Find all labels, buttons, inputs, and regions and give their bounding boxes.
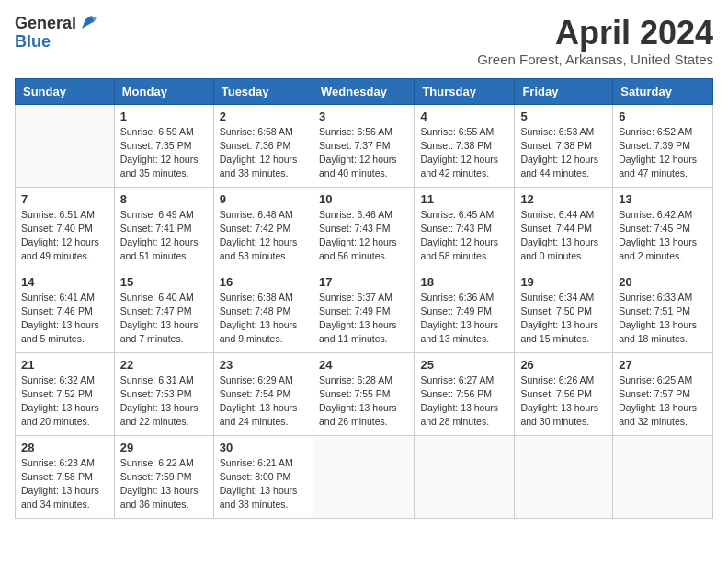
sunset-text: Sunset: 7:49 PM xyxy=(420,305,492,316)
sunset-text: Sunset: 7:41 PM xyxy=(120,223,192,234)
day-number: 26 xyxy=(520,358,607,372)
day-number: 16 xyxy=(220,275,307,289)
day-number: 22 xyxy=(120,358,208,372)
sunset-text: Sunset: 7:47 PM xyxy=(120,305,192,316)
day-number: 25 xyxy=(420,358,508,372)
sunset-text: Sunset: 7:58 PM xyxy=(21,471,93,482)
daylight-text: Daylight: 12 hours and 56 minutes. xyxy=(319,236,397,261)
header-saturday: Saturday xyxy=(613,78,713,104)
sunrise-text: Sunrise: 6:23 AM xyxy=(21,457,95,468)
week-row-4: 21Sunrise: 6:32 AMSunset: 7:52 PMDayligh… xyxy=(16,352,713,435)
table-row: 17Sunrise: 6:37 AMSunset: 7:49 PMDayligh… xyxy=(313,270,414,352)
day-number: 13 xyxy=(619,192,707,206)
day-info: Sunrise: 6:56 AMSunset: 7:37 PMDaylight:… xyxy=(319,125,408,181)
sunset-text: Sunset: 7:35 PM xyxy=(120,140,192,151)
table-row: 1Sunrise: 6:59 AMSunset: 7:35 PMDaylight… xyxy=(114,104,213,187)
day-number: 14 xyxy=(21,275,108,289)
sunrise-text: Sunrise: 6:38 AM xyxy=(220,292,293,303)
day-info: Sunrise: 6:25 AMSunset: 7:57 PMDaylight:… xyxy=(619,373,707,430)
day-info: Sunrise: 6:26 AMSunset: 7:56 PMDaylight:… xyxy=(520,373,607,430)
daylight-text: Daylight: 13 hours and 22 minutes. xyxy=(120,402,199,427)
day-info: Sunrise: 6:31 AMSunset: 7:53 PMDaylight:… xyxy=(120,373,208,430)
table-row: 12Sunrise: 6:44 AMSunset: 7:44 PMDayligh… xyxy=(515,187,613,270)
sunset-text: Sunset: 7:38 PM xyxy=(420,140,492,151)
sunset-text: Sunset: 7:49 PM xyxy=(319,305,391,316)
sunrise-text: Sunrise: 6:53 AM xyxy=(520,126,594,137)
table-row: 2Sunrise: 6:58 AMSunset: 7:36 PMDaylight… xyxy=(213,104,313,187)
day-info: Sunrise: 6:23 AMSunset: 7:58 PMDaylight:… xyxy=(21,456,108,512)
table-row: 14Sunrise: 6:41 AMSunset: 7:46 PMDayligh… xyxy=(16,270,115,352)
daylight-text: Daylight: 13 hours and 24 minutes. xyxy=(220,402,298,427)
table-row xyxy=(313,435,414,518)
page-header: General Blue April 2024 Green Forest, Ar… xyxy=(15,15,713,67)
table-row: 26Sunrise: 6:26 AMSunset: 7:56 PMDayligh… xyxy=(515,352,613,435)
table-row: 18Sunrise: 6:36 AMSunset: 7:49 PMDayligh… xyxy=(415,270,515,352)
table-row: 28Sunrise: 6:23 AMSunset: 7:58 PMDayligh… xyxy=(16,435,115,518)
header-wednesday: Wednesday xyxy=(313,78,414,104)
day-number: 5 xyxy=(520,109,607,123)
daylight-text: Daylight: 12 hours and 38 minutes. xyxy=(220,154,298,178)
day-info: Sunrise: 6:44 AMSunset: 7:44 PMDaylight:… xyxy=(520,208,607,264)
daylight-text: Daylight: 13 hours and 38 minutes. xyxy=(220,485,298,510)
sunrise-text: Sunrise: 6:22 AM xyxy=(120,457,194,468)
sunrise-text: Sunrise: 6:37 AM xyxy=(319,292,392,303)
logo-blue: Blue xyxy=(15,33,98,52)
table-row: 6Sunrise: 6:52 AMSunset: 7:39 PMDaylight… xyxy=(613,104,713,187)
day-number: 27 xyxy=(619,358,707,372)
table-row: 27Sunrise: 6:25 AMSunset: 7:57 PMDayligh… xyxy=(613,352,713,435)
day-number: 2 xyxy=(220,109,307,123)
week-row-2: 7Sunrise: 6:51 AMSunset: 7:40 PMDaylight… xyxy=(16,187,713,270)
sunset-text: Sunset: 7:53 PM xyxy=(120,388,192,399)
daylight-text: Daylight: 13 hours and 13 minutes. xyxy=(420,319,498,344)
sunrise-text: Sunrise: 6:36 AM xyxy=(420,292,494,303)
sunrise-text: Sunrise: 6:51 AM xyxy=(21,209,95,220)
daylight-text: Daylight: 13 hours and 11 minutes. xyxy=(319,319,397,344)
daylight-text: Daylight: 13 hours and 5 minutes. xyxy=(21,319,99,344)
sunrise-text: Sunrise: 6:31 AM xyxy=(120,374,194,385)
sunrise-text: Sunrise: 6:48 AM xyxy=(220,209,293,220)
daylight-text: Daylight: 12 hours and 47 minutes. xyxy=(619,154,697,178)
table-row: 29Sunrise: 6:22 AMSunset: 7:59 PMDayligh… xyxy=(114,435,213,518)
table-row xyxy=(515,435,613,518)
sunrise-text: Sunrise: 6:27 AM xyxy=(420,374,494,385)
table-row: 24Sunrise: 6:28 AMSunset: 7:55 PMDayligh… xyxy=(313,352,414,435)
sunset-text: Sunset: 7:37 PM xyxy=(319,140,391,151)
day-info: Sunrise: 6:46 AMSunset: 7:43 PMDaylight:… xyxy=(319,208,408,264)
location-subtitle: Green Forest, Arkansas, United States xyxy=(477,52,713,67)
calendar-header-row: Sunday Monday Tuesday Wednesday Thursday… xyxy=(16,78,713,104)
day-number: 18 xyxy=(420,275,508,289)
daylight-text: Daylight: 13 hours and 32 minutes. xyxy=(619,402,697,427)
sunset-text: Sunset: 7:43 PM xyxy=(420,223,492,234)
sunrise-text: Sunrise: 6:58 AM xyxy=(220,126,293,137)
daylight-text: Daylight: 13 hours and 2 minutes. xyxy=(619,236,697,261)
daylight-text: Daylight: 13 hours and 15 minutes. xyxy=(520,319,598,344)
sunset-text: Sunset: 7:54 PM xyxy=(220,388,291,399)
daylight-text: Daylight: 12 hours and 49 minutes. xyxy=(21,236,99,261)
header-thursday: Thursday xyxy=(415,78,515,104)
table-row: 15Sunrise: 6:40 AMSunset: 7:47 PMDayligh… xyxy=(114,270,213,352)
table-row xyxy=(16,104,115,187)
day-info: Sunrise: 6:48 AMSunset: 7:42 PMDaylight:… xyxy=(220,208,307,264)
sunrise-text: Sunrise: 6:25 AM xyxy=(619,374,692,385)
day-number: 7 xyxy=(21,192,108,206)
day-number: 24 xyxy=(319,358,408,372)
week-row-1: 1Sunrise: 6:59 AMSunset: 7:35 PMDaylight… xyxy=(16,104,713,187)
sunrise-text: Sunrise: 6:28 AM xyxy=(319,374,392,385)
day-info: Sunrise: 6:45 AMSunset: 7:43 PMDaylight:… xyxy=(420,208,508,264)
table-row: 7Sunrise: 6:51 AMSunset: 7:40 PMDaylight… xyxy=(16,187,115,270)
day-info: Sunrise: 6:59 AMSunset: 7:35 PMDaylight:… xyxy=(120,125,208,181)
day-info: Sunrise: 6:36 AMSunset: 7:49 PMDaylight:… xyxy=(420,291,508,347)
table-row: 30Sunrise: 6:21 AMSunset: 8:00 PMDayligh… xyxy=(213,435,313,518)
day-info: Sunrise: 6:33 AMSunset: 7:51 PMDaylight:… xyxy=(619,291,707,347)
sunset-text: Sunset: 7:40 PM xyxy=(21,223,93,234)
table-row: 5Sunrise: 6:53 AMSunset: 7:38 PMDaylight… xyxy=(515,104,613,187)
day-info: Sunrise: 6:51 AMSunset: 7:40 PMDaylight:… xyxy=(21,208,108,264)
daylight-text: Daylight: 12 hours and 35 minutes. xyxy=(120,154,199,178)
sunrise-text: Sunrise: 6:46 AM xyxy=(319,209,392,220)
sunset-text: Sunset: 7:44 PM xyxy=(520,223,592,234)
logo-general: General xyxy=(15,15,76,33)
day-number: 12 xyxy=(520,192,607,206)
sunrise-text: Sunrise: 6:41 AM xyxy=(21,292,95,303)
day-info: Sunrise: 6:32 AMSunset: 7:52 PMDaylight:… xyxy=(21,373,108,430)
table-row xyxy=(415,435,515,518)
